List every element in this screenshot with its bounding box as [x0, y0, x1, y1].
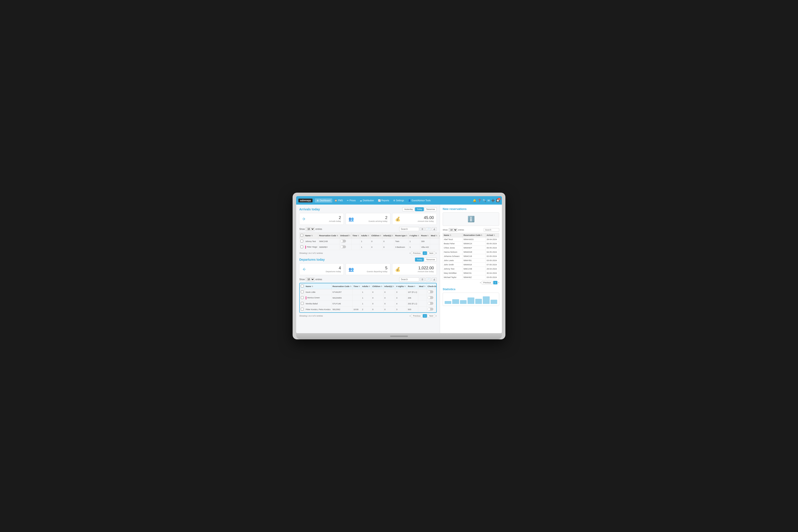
checkout-toggle[interactable] — [428, 296, 433, 299]
dep-col-children[interactable]: Children⇅ — [371, 284, 383, 289]
mail-icon[interactable]: ✉ — [488, 199, 490, 202]
arrivals-col-code[interactable]: Reservation Code⇅ — [318, 233, 339, 239]
arrivals-showing-text: Showing 1 to 2 of 2 entries — [299, 252, 323, 254]
arrivals-show-entries: Show 102550 entries — [299, 227, 322, 231]
help-icon[interactable]: ❓ — [478, 199, 481, 202]
dep-col-checkout[interactable]: Check-Out⇅ — [426, 284, 437, 289]
reservations-page-1[interactable]: 1 — [493, 281, 497, 284]
checkout-toggle[interactable] — [428, 308, 433, 310]
chart-bar — [468, 298, 474, 304]
departures-next-btn[interactable]: Next — [428, 314, 435, 318]
chart-bar — [491, 300, 497, 304]
departures-export-btn[interactable]: 📄 — [425, 278, 431, 281]
search-icon[interactable]: 🔍 — [482, 199, 486, 202]
dep-col-meal[interactable]: Meal⇅ — [418, 284, 426, 289]
nav-item-settings[interactable]: ⚙ Settings — [392, 198, 406, 203]
departures-print-btn[interactable]: 🖨 — [432, 278, 437, 281]
departures-page-1[interactable]: 1 — [423, 314, 427, 318]
arrivals-header: Arrivals today Yesterday Today Tomorrow — [299, 207, 437, 211]
departures-page-btns: « Previous 1 Next » — [410, 314, 437, 318]
arrivals-col-infants[interactable]: Infant(s)⇅ — [382, 233, 394, 239]
nav-item-pms[interactable]: 🏠 PMS — [333, 198, 345, 203]
arrivals-table-actions: ☰ 📄 🖨 — [399, 227, 437, 231]
departures-stat-guests: 👥 5 Guests departing today — [346, 263, 390, 275]
arrivals-amount-label: Amount due today — [418, 220, 434, 222]
departures-title: Departures today — [299, 258, 325, 261]
dep-col-infants[interactable]: Infant(s)⇅ — [383, 284, 395, 289]
departures-money-icon: 💰 — [395, 267, 401, 272]
arrivals-next-btn[interactable]: Next — [428, 251, 435, 255]
dep-col-adults[interactable]: Adults⇅ — [361, 284, 371, 289]
arrivals-col-nights[interactable]: # nights⇅ — [408, 233, 420, 239]
checkout-toggle[interactable] — [428, 302, 433, 305]
apps-icon[interactable]: 🔲 14 — [496, 199, 500, 202]
add-icon[interactable]: ➕ — [491, 199, 495, 202]
arrivals-tomorrow-btn[interactable]: Tomorrow — [424, 207, 437, 211]
arrivals-list-view-btn[interactable]: ☰ — [420, 227, 425, 231]
res-col-arrival[interactable]: Arrival⇅ — [486, 233, 499, 238]
chart-bar — [452, 299, 459, 304]
arrivals-page-1[interactable]: 1 — [423, 251, 427, 255]
departures-stats: ✈ 4 Departures today 👥 5 Guests departin… — [299, 263, 437, 275]
nav-item-distribution[interactable]: ☁ Distribution — [358, 198, 376, 203]
res-col-name[interactable]: Name⇅ — [443, 233, 463, 238]
dep-col-room[interactable]: Room⇅ — [407, 284, 418, 289]
arrivals-print-btn[interactable]: 🖨 — [432, 227, 437, 231]
arrivals-col-room[interactable]: Room⇅ — [420, 233, 430, 239]
res-col-code[interactable]: Reservation Code⇅ — [462, 233, 486, 238]
arrivals-col-amount[interactable]: Amou⇅ — [438, 233, 440, 239]
onboard-toggle[interactable] — [340, 245, 346, 248]
arrivals-col-name[interactable]: Name⇅ — [304, 233, 318, 239]
table-row: Péter Hegyi 5895RBY 1 0 0 3 Bedroom 1 Vi… — [300, 244, 440, 250]
statistics-section: Statistics — [443, 287, 499, 306]
departures-showing-text: Showing 1 to 4 of 4 entries — [299, 315, 323, 317]
list-item: Johanna Schwarz 5894CU8 02-05-2024 — [443, 254, 499, 259]
arrivals-export-btn[interactable]: 📄 — [425, 227, 431, 231]
dep-col-name[interactable]: Name⇅ — [305, 284, 331, 289]
statistics-chart — [443, 292, 499, 306]
arrivals-select-all[interactable] — [300, 234, 303, 237]
departures-tomorrow-btn[interactable]: Tomorrow — [424, 258, 437, 262]
arrivals-stat-guests: 👥 2 Guests arriving today — [346, 213, 390, 225]
arrivals-col-roomtype[interactable]: Room type⇅ — [394, 233, 408, 239]
arrivals-col-adults[interactable]: Adults⇅ — [360, 233, 370, 239]
reservations-entries-select[interactable]: 1025 — [449, 228, 457, 232]
reservations-search-input[interactable] — [484, 228, 499, 232]
chart-bar — [445, 301, 451, 304]
arrivals-search-input[interactable] — [399, 227, 419, 231]
dep-col-code[interactable]: Reservation Code⇅ — [331, 284, 353, 289]
checkout-toggle[interactable] — [428, 290, 433, 293]
onboard-toggle[interactable] — [340, 240, 346, 243]
dep-select-all[interactable] — [301, 285, 304, 287]
list-item: John Smith 5894M18 07-05-2024 — [443, 263, 499, 267]
departures-today-btn[interactable]: Today — [415, 258, 424, 262]
distribution-icon: ☁ — [360, 199, 362, 202]
arrivals-table: Name⇅ Reservation Code⇅ Onboard⇅ Time⇅ A… — [299, 232, 440, 250]
arrivals-prev-btn[interactable]: Previous — [411, 251, 422, 255]
nav-item-reports[interactable]: 📈 Reports — [376, 198, 391, 203]
departures-header: Departures today Today Tomorrow — [299, 258, 437, 262]
arrivals-col-meal[interactable]: Meal⇅ — [430, 233, 438, 239]
dep-col-time[interactable]: Time⇅ — [353, 284, 361, 289]
departures-search-input[interactable] — [399, 277, 419, 282]
nav-item-dashboard[interactable]: 🖥 Dashboard — [315, 198, 332, 203]
arrivals-today-btn[interactable]: Today — [415, 207, 424, 211]
reservations-show-entries: Show 1025 entries — [443, 228, 499, 232]
departures-list-view-btn[interactable]: ☰ — [420, 278, 425, 281]
departures-prev-btn[interactable]: Previous — [411, 314, 422, 318]
notification-icon[interactable]: 🔔 — [473, 199, 476, 202]
departures-amount-number: 1,022.00 — [418, 266, 434, 270]
dep-col-nights[interactable]: # nights⇅ — [395, 284, 407, 289]
nav-item-guestadvisor[interactable]: 👤 GuestAdvisor Tools — [406, 198, 433, 203]
reservations-prev-btn[interactable]: Previous — [482, 281, 493, 284]
departures-entries-select[interactable]: 102550 — [306, 278, 315, 281]
arrivals-col-children[interactable]: Children⇅ — [370, 233, 382, 239]
arrivals-entries-select[interactable]: 102550 — [306, 227, 315, 231]
reservations-page-btns: « Previous 1 » — [480, 281, 499, 284]
arrivals-col-onboard[interactable]: Onboard⇅ — [339, 233, 352, 239]
arrivals-col-time[interactable]: Time⇅ — [352, 233, 360, 239]
arrivals-yesterday-btn[interactable]: Yesterday — [402, 207, 415, 211]
dep-col-checkbox — [300, 284, 305, 289]
nav-item-prices[interactable]: ✏ Prices — [345, 198, 358, 203]
departures-number: 4 — [339, 266, 341, 270]
